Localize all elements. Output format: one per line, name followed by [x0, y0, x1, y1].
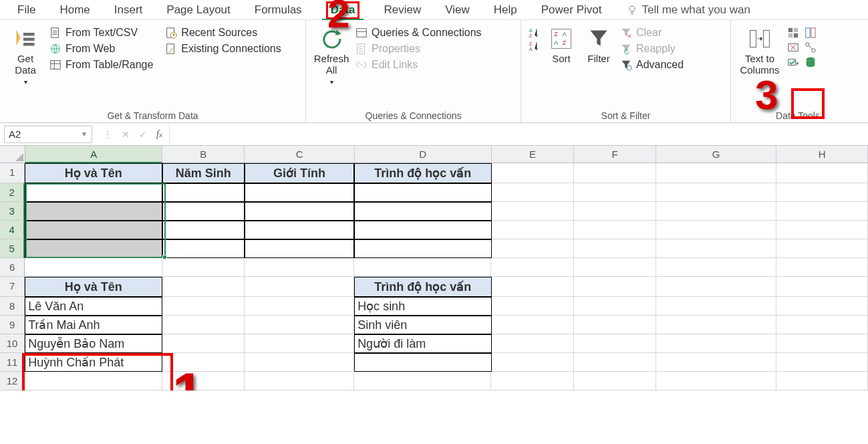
cell-g2[interactable] [656, 183, 776, 202]
consolidate-button[interactable] [805, 27, 817, 39]
row-header-10[interactable]: 10 [0, 334, 25, 353]
cell-g3[interactable] [656, 202, 776, 221]
row-header-8[interactable]: 8 [0, 297, 25, 316]
col-header-f[interactable]: F [574, 146, 656, 163]
cell-a3[interactable] [25, 202, 162, 221]
cell-f7[interactable] [574, 277, 656, 297]
cell-c7[interactable] [245, 277, 354, 297]
cell-a6[interactable] [25, 258, 162, 277]
cell-e1[interactable] [492, 163, 574, 183]
row-header-4[interactable]: 4 [0, 221, 25, 239]
cell-a2[interactable] [25, 183, 162, 202]
relationships-button[interactable] [805, 41, 817, 53]
cell-g9[interactable] [656, 316, 776, 334]
row-header-7[interactable]: 7 [0, 277, 25, 297]
remove-duplicates-button[interactable] [787, 41, 799, 53]
select-all-corner[interactable] [0, 146, 25, 163]
cell-a10[interactable]: Nguyễn Bảo Nam [25, 334, 162, 353]
cell-d10[interactable]: Người đi làm [354, 334, 491, 353]
tab-review[interactable]: Review [372, 1, 433, 19]
cell-a9[interactable]: Trần Mai Anh [25, 316, 162, 334]
cell-a12[interactable] [25, 372, 162, 391]
cell-f10[interactable] [574, 334, 656, 353]
cell-h2[interactable] [776, 183, 868, 202]
row-header-9[interactable]: 9 [0, 316, 25, 334]
cell-b1[interactable]: Năm Sinh [162, 163, 245, 183]
existing-connections-button[interactable]: Existing Connections [165, 43, 281, 55]
col-header-g[interactable]: G [656, 146, 776, 163]
cell-d4[interactable] [354, 221, 491, 239]
cell-c5[interactable] [245, 239, 354, 258]
tab-page-layout[interactable]: Page Layout [154, 1, 242, 19]
cell-f5[interactable] [574, 239, 656, 258]
tab-file[interactable]: File [5, 1, 47, 19]
row-header-12[interactable]: 12 [0, 372, 25, 391]
cell-b4[interactable] [162, 221, 245, 239]
cell-d5[interactable] [354, 239, 491, 258]
cell-h9[interactable] [776, 316, 868, 334]
col-header-b[interactable]: B [162, 146, 245, 163]
cell-f8[interactable] [574, 297, 656, 316]
cell-d1[interactable]: Trình độ học vấn [354, 163, 491, 183]
cell-b12[interactable] [162, 372, 245, 391]
cell-b7[interactable] [162, 277, 245, 297]
tell-me[interactable]: Tell me what you wan [627, 3, 750, 17]
row-header-3[interactable]: 3 [0, 202, 25, 221]
cell-b3[interactable] [162, 202, 245, 221]
cell-c9[interactable] [245, 316, 354, 334]
cell-d6[interactable] [354, 258, 491, 277]
cell-h12[interactable] [776, 372, 868, 391]
cell-f11[interactable] [574, 353, 656, 372]
tab-help[interactable]: Help [482, 1, 529, 19]
row-header-6[interactable]: 6 [0, 258, 25, 277]
cell-b6[interactable] [162, 258, 245, 277]
tab-view[interactable]: View [433, 1, 482, 19]
from-table-range-button[interactable]: From Table/Range [49, 59, 153, 71]
recent-sources-button[interactable]: Recent Sources [165, 27, 281, 39]
cell-e12[interactable] [491, 372, 573, 391]
cell-a7[interactable]: Họ và Tên [25, 277, 162, 297]
cell-b2[interactable] [162, 183, 245, 202]
cell-f9[interactable] [574, 316, 656, 334]
tab-home[interactable]: Home [47, 1, 102, 19]
cell-b10[interactable] [162, 334, 245, 353]
formula-input[interactable] [170, 123, 868, 145]
cell-e6[interactable] [491, 258, 573, 277]
cell-h6[interactable] [776, 258, 868, 277]
cell-g1[interactable] [656, 163, 776, 183]
cell-e11[interactable] [492, 353, 574, 372]
tab-formulas[interactable]: Formulas [243, 1, 314, 19]
cell-e10[interactable] [492, 334, 574, 353]
sort-az-button[interactable]: AZ [528, 27, 540, 39]
cell-b8[interactable] [162, 297, 245, 316]
col-header-c[interactable]: C [245, 146, 354, 163]
row-header-1[interactable]: 1 [0, 163, 25, 183]
cell-h7[interactable] [776, 277, 868, 297]
cell-g12[interactable] [656, 372, 776, 391]
cell-c1[interactable]: Giới Tính [245, 163, 354, 183]
cell-g10[interactable] [656, 334, 776, 353]
cell-g8[interactable] [656, 297, 776, 316]
cell-g11[interactable] [656, 353, 776, 372]
cell-g5[interactable] [656, 239, 776, 258]
col-header-d[interactable]: D [355, 146, 492, 163]
cell-h1[interactable] [776, 163, 868, 183]
cell-f1[interactable] [574, 163, 656, 183]
sort-za-button[interactable]: ZA [528, 40, 540, 52]
flash-fill-button[interactable] [787, 27, 799, 39]
cell-e7[interactable] [492, 277, 574, 297]
cell-e3[interactable] [492, 202, 574, 221]
cell-d8[interactable]: Học sinh [354, 297, 491, 316]
cell-e4[interactable] [492, 221, 574, 239]
cell-a4[interactable] [25, 221, 162, 239]
from-text-csv-button[interactable]: From Text/CSV [49, 27, 153, 39]
enter-icon[interactable]: ✓ [139, 129, 147, 140]
cell-f4[interactable] [574, 221, 656, 239]
data-validation-button[interactable] [787, 56, 799, 68]
cell-b11[interactable] [162, 353, 245, 372]
cell-d9[interactable]: Sinh viên [354, 316, 491, 334]
cell-h11[interactable] [776, 353, 868, 372]
tab-power-pivot[interactable]: Power Pivot [529, 1, 614, 19]
fx-icon[interactable]: fx [156, 129, 162, 140]
col-header-e[interactable]: E [492, 146, 574, 163]
